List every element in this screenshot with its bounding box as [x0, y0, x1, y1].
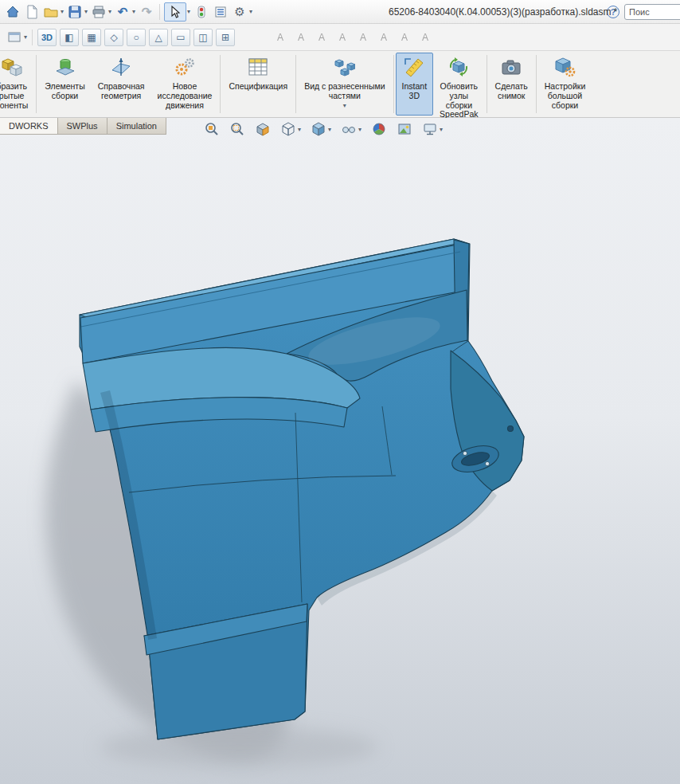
tab-swplus[interactable]: SWPlus	[58, 118, 107, 135]
search-input[interactable]	[624, 4, 680, 20]
undo-icon[interactable]: ↶	[114, 2, 131, 22]
annotation-icon-3[interactable]: A	[313, 29, 330, 46]
command-manager-ribbon: бразить рытые поненты Элементы сборки Сп…	[0, 51, 680, 118]
tab-simulation[interactable]: Simulation	[107, 118, 166, 135]
rebuild-list-icon[interactable]	[212, 2, 229, 22]
camera-icon	[501, 57, 522, 80]
exploded-view-dropdown-icon[interactable]: ▾	[343, 103, 346, 109]
toolbar-separator	[32, 29, 33, 45]
viewport-3d-model[interactable]	[0, 118, 680, 784]
ribbon-button-take-snapshot[interactable]: Сделать снимок	[489, 53, 534, 116]
ribbon-button-reference-geometry[interactable]: Справочная геометрия	[92, 53, 151, 116]
tool-icon-group: ◧ ▦ ◇ ○ △ ▭ ◫ ⊞	[58, 29, 236, 46]
ribbon-button-label: Настройки большой сборки	[545, 82, 586, 110]
quick-toolbar: ▾ 3D ◧ ▦ ◇ ○ △ ▭ ◫ ⊞ A A A A A A A A	[0, 24, 680, 51]
title-bar: ▾ ▾ ▾ ↶ ▾ ↷ ▾ ⚙ ▾ 65206-8403040(К.04.000…	[0, 0, 680, 24]
bracket-hole[interactable]	[508, 426, 514, 432]
ribbon-button-update-speedpak[interactable]: Обновить узлы сборки SpeedPak	[433, 53, 484, 116]
ribbon-button-label: бразить рытые поненты	[0, 82, 28, 110]
ribbon-button-instant-3d[interactable]: Instant 3D	[396, 53, 434, 116]
open-dropdown-icon[interactable]: ▾	[61, 8, 64, 15]
model-ground-shadow	[100, 727, 378, 768]
view-orientation-icon[interactable]: ▾	[280, 121, 301, 137]
redo-icon[interactable]: ↷	[138, 2, 155, 22]
annotation-icon-2[interactable]: A	[292, 29, 310, 46]
ribbon-button-bom[interactable]: Спецификация	[222, 53, 294, 116]
print-dropdown-icon[interactable]: ▾	[108, 8, 111, 15]
tool-icon-6[interactable]: ▭	[171, 29, 190, 46]
reference-geometry-icon	[111, 57, 131, 80]
command-manager-tabs: DWORKS SWPlus Simulation	[0, 118, 166, 135]
select-dropdown-icon[interactable]: ▾	[187, 8, 190, 15]
print-icon[interactable]	[90, 2, 107, 22]
interference-traffic-light-icon[interactable]	[193, 2, 210, 22]
view-settings-icon[interactable]: ▾	[422, 121, 443, 137]
new-document-icon[interactable]	[23, 2, 41, 22]
view-settings-dropdown-icon[interactable]: ▾	[440, 126, 443, 133]
annotation-icon-1[interactable]: A	[272, 29, 289, 46]
home-icon[interactable]	[4, 2, 21, 22]
annotation-icon-8[interactable]: A	[416, 29, 434, 46]
apply-scene-icon[interactable]	[397, 121, 412, 137]
display-style-dropdown-icon[interactable]: ▾	[328, 126, 331, 133]
instant-3d-icon	[404, 57, 424, 80]
ribbon-separator	[295, 55, 296, 113]
ribbon-separator	[393, 55, 394, 113]
annotation-icon-6[interactable]: A	[375, 29, 393, 46]
select-cursor-button[interactable]	[164, 2, 186, 22]
annotation-icon-7[interactable]: A	[396, 29, 413, 46]
window-view-icon[interactable]	[6, 28, 23, 47]
zoom-area-icon[interactable]	[229, 121, 245, 137]
annotation-icon-group: A A A A A A A A	[270, 29, 436, 46]
display-style-icon[interactable]: ▾	[311, 121, 331, 137]
tool-icon-2[interactable]: ▦	[82, 29, 101, 46]
ribbon-button-label: Сделать снимок	[495, 82, 528, 101]
tool-icon-4[interactable]: ○	[127, 29, 146, 46]
toolbar-separator	[159, 4, 160, 20]
undo-dropdown-icon[interactable]: ▾	[132, 8, 135, 15]
assembly-features-icon	[55, 57, 76, 80]
edit-appearance-icon[interactable]	[371, 121, 387, 137]
tool-icon-3[interactable]: ◇	[104, 29, 123, 46]
options-gear-icon[interactable]: ⚙	[231, 2, 248, 22]
ribbon-button-label: Новое исследование движения	[158, 82, 213, 110]
ribbon-button-label: Instant 3D	[402, 82, 428, 101]
save-icon[interactable]	[66, 2, 84, 22]
ribbon-button-new-motion-study[interactable]: Новое исследование движения	[151, 53, 219, 116]
tab-solidworks[interactable]: DWORKS	[0, 118, 58, 135]
ribbon-separator	[487, 55, 487, 113]
bom-table-icon	[248, 57, 268, 80]
open-file-icon[interactable]	[42, 2, 60, 22]
ribbon-button-assembly-features[interactable]: Элементы сборки	[38, 53, 91, 116]
save-dropdown-icon[interactable]: ▾	[84, 8, 88, 15]
ribbon-button-show-hidden-components[interactable]: бразить рытые поненты	[0, 53, 34, 116]
window-view-dropdown-icon[interactable]: ▾	[24, 33, 27, 41]
tool-icon-5[interactable]: △	[149, 29, 168, 46]
bracket-screw-1	[463, 451, 467, 455]
sketch-3d-icon[interactable]: 3D	[37, 29, 57, 46]
annotation-icon-5[interactable]: A	[354, 29, 372, 46]
zoom-fit-icon[interactable]	[204, 121, 220, 137]
ribbon-button-label: Обновить узлы сборки SpeedPak	[440, 82, 478, 120]
hide-show-items-icon[interactable]: ▾	[341, 121, 361, 137]
tool-icon-7[interactable]: ◫	[193, 29, 213, 46]
ribbon-button-exploded-view[interactable]: Вид с разнесенными частями ▾	[298, 53, 391, 116]
tool-icon-1[interactable]: ◧	[60, 29, 79, 46]
tool-icon-8[interactable]: ⊞	[216, 29, 235, 46]
ribbon-button-label: Справочная геометрия	[98, 82, 145, 101]
update-speedpak-icon	[448, 57, 469, 80]
ribbon-button-label: Элементы сборки	[45, 82, 84, 101]
exploded-view-icon	[334, 57, 355, 80]
annotation-icon-4[interactable]: A	[334, 29, 351, 46]
large-assembly-settings-icon	[555, 57, 576, 80]
view-orientation-dropdown-icon[interactable]: ▾	[298, 126, 301, 133]
heads-up-view-toolbar: ▾ ▾ ▾ ▾	[199, 120, 447, 139]
hide-show-dropdown-icon[interactable]: ▾	[358, 126, 361, 133]
ribbon-button-label: Вид с разнесенными частями	[304, 82, 385, 101]
ribbon-separator	[536, 55, 537, 113]
document-title: 65206-8403040(К.04.00053)(3)(разработка)…	[389, 6, 617, 18]
ribbon-button-large-assembly-settings[interactable]: Настройки большой сборки	[538, 53, 592, 116]
motion-study-icon	[174, 57, 195, 80]
section-view-icon[interactable]	[255, 121, 271, 137]
options-dropdown-icon[interactable]: ▾	[249, 8, 252, 15]
